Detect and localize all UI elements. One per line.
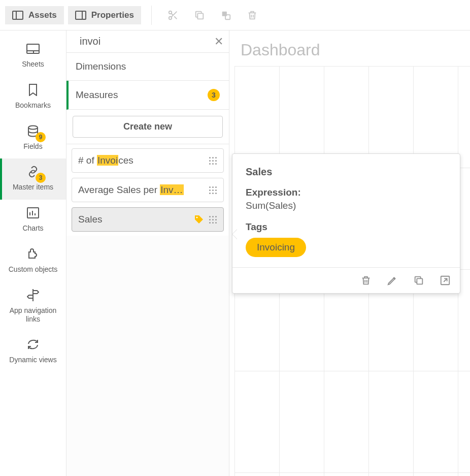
- toolbar-separator: [151, 6, 152, 25]
- popover-title: Sales: [246, 166, 447, 178]
- tag-icon: [194, 214, 204, 225]
- measures-count-badge: 3: [208, 89, 220, 101]
- cut-button[interactable]: [162, 4, 184, 26]
- puzzle-icon: [25, 247, 41, 261]
- dimensions-label: Dimensions: [76, 61, 126, 72]
- measure-label: Sales: [78, 214, 190, 225]
- link-icon: 3: [25, 165, 41, 179]
- nav-label: Charts: [22, 224, 43, 233]
- dashboard-canvas: Dashboard Sales Expression: Sum(Sales) T…: [229, 30, 470, 476]
- sheets-icon: [25, 42, 41, 56]
- nav-label: Dynamic views: [9, 356, 56, 364]
- popover-delete-button[interactable]: [360, 275, 372, 286]
- svg-rect-4: [197, 13, 203, 19]
- svg-rect-0: [13, 11, 23, 19]
- svg-rect-5: [222, 11, 227, 16]
- svg-point-10: [28, 125, 38, 129]
- expression-value: Sum(Sales): [246, 200, 447, 211]
- pencil-icon: [387, 275, 398, 286]
- nav-label: Fields: [23, 142, 42, 151]
- measure-item-invoices[interactable]: # of Invoices: [72, 148, 224, 173]
- signpost-icon: [25, 288, 41, 302]
- measures-section[interactable]: Measures 3: [66, 81, 229, 110]
- properties-tab-label: Properties: [91, 10, 134, 20]
- create-new-button[interactable]: Create new: [73, 116, 223, 138]
- database-icon: 9: [25, 124, 41, 138]
- dashboard-title: Dashboard: [241, 41, 459, 59]
- nav-label: Custom objects: [9, 265, 57, 274]
- bookmark-icon: [25, 83, 41, 97]
- master-items-badge: 3: [36, 173, 46, 183]
- nav-app-navigation-links[interactable]: App navigation links: [0, 282, 66, 332]
- clear-search-button[interactable]: ✕: [214, 36, 223, 47]
- highlight: Invoi: [97, 155, 118, 166]
- nav-bookmarks[interactable]: Bookmarks: [0, 77, 66, 118]
- top-toolbar: Assets Properties: [0, 0, 470, 30]
- fields-badge: 9: [36, 132, 46, 142]
- trash-icon: [360, 275, 372, 286]
- create-wrap: Create new: [66, 110, 229, 144]
- paste-icon: [220, 10, 231, 21]
- nav-fields[interactable]: 9 Fields: [0, 118, 66, 159]
- trash-icon: [247, 10, 258, 21]
- chart-icon: [25, 206, 41, 220]
- copy-button[interactable]: [188, 4, 211, 26]
- svg-rect-2: [76, 11, 86, 19]
- nav-charts[interactable]: Charts: [0, 200, 66, 241]
- dimensions-section[interactable]: Dimensions: [66, 53, 229, 81]
- properties-tab[interactable]: Properties: [68, 6, 141, 24]
- measure-popover: Sales Expression: Sum(Sales) Tags Invoic…: [232, 153, 460, 294]
- drag-handle-icon[interactable]: [208, 215, 217, 224]
- search-input[interactable]: [80, 36, 208, 47]
- nav-sheets[interactable]: Sheets: [0, 36, 66, 77]
- duplicate-icon: [413, 275, 424, 286]
- nav-master-items[interactable]: 3 Master items: [0, 158, 66, 200]
- popover-duplicate-button[interactable]: [413, 275, 424, 286]
- measure-item-sales[interactable]: Sales: [72, 207, 224, 232]
- main-layout: Sheets Bookmarks 9 Fields 3 Master items: [0, 30, 470, 476]
- open-icon: [440, 275, 451, 286]
- refresh-icon: [25, 337, 41, 352]
- measures-label: Measures: [76, 89, 118, 101]
- panel-right-icon: [75, 11, 86, 20]
- master-items-panel: ✕ Dimensions Measures 3 Create new # of …: [66, 30, 229, 476]
- expression-label: Expression:: [246, 187, 447, 198]
- assets-tab-label: Assets: [28, 10, 57, 20]
- nav-dynamic-views[interactable]: Dynamic views: [0, 331, 66, 372]
- paste-button[interactable]: [215, 4, 237, 26]
- nav-custom-objects[interactable]: Custom objects: [0, 241, 66, 282]
- measure-label: Average Sales per Inv…: [78, 184, 204, 196]
- popover-body: Sales Expression: Sum(Sales) Tags Invoic…: [232, 154, 460, 267]
- scissors-icon: [167, 10, 179, 21]
- nav-label: App navigation links: [2, 306, 64, 324]
- tags-label: Tags: [246, 221, 447, 233]
- measure-label: # of Invoices: [78, 155, 204, 166]
- panel-left-icon: [12, 11, 23, 20]
- delete-button[interactable]: [241, 4, 263, 26]
- popover-edit-button[interactable]: [387, 275, 398, 286]
- nav-label: Master items: [13, 183, 53, 192]
- search-row: ✕: [66, 30, 229, 53]
- assets-tab[interactable]: Assets: [5, 6, 64, 24]
- copy-icon: [194, 10, 205, 21]
- measure-list: # of Invoices Average Sales per Inv… Sal…: [66, 144, 229, 236]
- nav-label: Bookmarks: [15, 101, 51, 110]
- left-nav: Sheets Bookmarks 9 Fields 3 Master items: [0, 30, 66, 476]
- tag-pill[interactable]: Invoicing: [246, 238, 306, 257]
- highlight: Inv…: [160, 184, 183, 195]
- nav-label: Sheets: [22, 60, 44, 69]
- drag-handle-icon[interactable]: [208, 156, 217, 165]
- svg-rect-19: [417, 278, 422, 284]
- drag-handle-icon[interactable]: [208, 185, 217, 195]
- svg-point-18: [196, 217, 198, 218]
- popover-footer: [232, 267, 460, 293]
- popover-open-button[interactable]: [440, 275, 451, 286]
- measure-item-avg-sales[interactable]: Average Sales per Inv…: [72, 178, 224, 202]
